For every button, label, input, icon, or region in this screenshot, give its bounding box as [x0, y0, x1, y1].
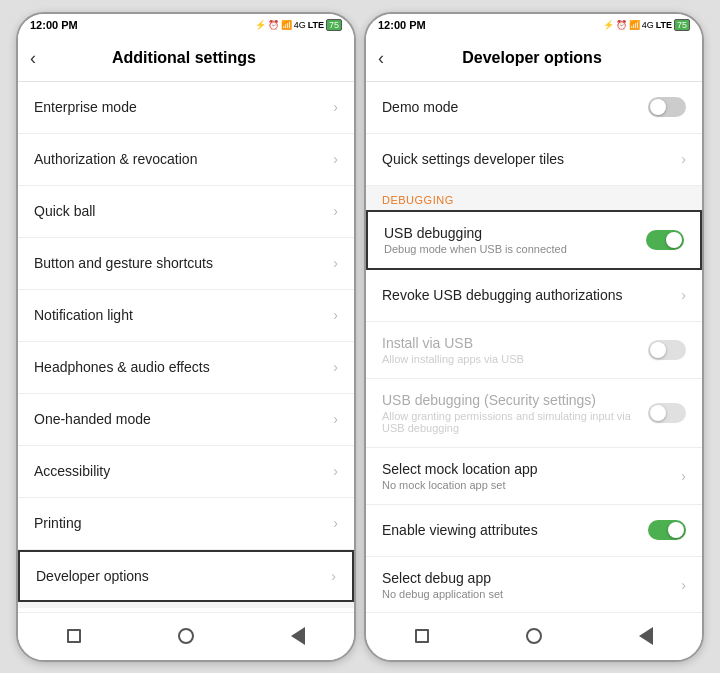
left-time: 12:00 PM	[30, 19, 78, 31]
left-item-devopt[interactable]: Developer options ›	[18, 550, 354, 602]
chevron-icon: ›	[681, 287, 686, 303]
chevron-icon: ›	[333, 463, 338, 479]
left-back-button[interactable]: ‹	[30, 48, 36, 69]
right-time: 12:00 PM	[378, 19, 426, 31]
chevron-icon: ›	[331, 568, 336, 584]
right-page-title: Developer options	[392, 49, 690, 67]
square-nav-button[interactable]	[412, 626, 432, 646]
left-item-gestures[interactable]: Button and gesture shortcuts ›	[18, 238, 354, 290]
left-item-accessibility[interactable]: Accessibility ›	[18, 446, 354, 498]
right-item-usb-debug[interactable]: USB debugging Debug mode when USB is con…	[366, 210, 702, 270]
right-nav-bar	[366, 612, 702, 660]
debugging-section-label: DEBUGGING	[366, 186, 702, 210]
left-phone: 12:00 PM ⚡ ⏰ 📶 4G LTE 75 ‹ Additional se…	[16, 12, 356, 662]
right-item-debug-app[interactable]: Select debug app No debug application se…	[366, 557, 702, 612]
left-item-notiflight[interactable]: Notification light ›	[18, 290, 354, 342]
right-item-quicksettings[interactable]: Quick settings developer tiles ›	[366, 134, 702, 186]
right-status-icons: ⚡ ⏰ 📶 4G LTE 75	[603, 19, 690, 31]
left-status-icons: ⚡ ⏰ 📶 4G LTE 75	[255, 19, 342, 31]
right-header: ‹ Developer options	[366, 36, 702, 82]
chevron-icon: ›	[333, 255, 338, 271]
square-nav-button[interactable]	[64, 626, 84, 646]
left-page-title: Additional settings	[44, 49, 342, 67]
view-attrs-toggle[interactable]	[648, 520, 686, 540]
right-item-demomode[interactable]: Demo mode	[366, 82, 702, 134]
right-status-bar: 12:00 PM ⚡ ⏰ 📶 4G LTE 75	[366, 14, 702, 36]
usb-debug-toggle[interactable]	[646, 230, 684, 250]
right-content: Demo mode Quick settings developer tiles…	[366, 82, 702, 612]
home-nav-button[interactable]	[176, 626, 196, 646]
chevron-icon: ›	[333, 99, 338, 115]
left-item-quickball[interactable]: Quick ball ›	[18, 186, 354, 238]
demomode-toggle[interactable]	[648, 97, 686, 117]
left-content: Enterprise mode › Authorization & revoca…	[18, 82, 354, 612]
chevron-icon: ›	[681, 577, 686, 593]
usb-security-toggle[interactable]	[648, 403, 686, 423]
left-item-headphones[interactable]: Headphones & audio effects ›	[18, 342, 354, 394]
right-phone: 12:00 PM ⚡ ⏰ 📶 4G LTE 75 ‹ Developer opt…	[364, 12, 704, 662]
left-item-enterprise[interactable]: Enterprise mode ›	[18, 82, 354, 134]
left-status-bar: 12:00 PM ⚡ ⏰ 📶 4G LTE 75	[18, 14, 354, 36]
chevron-icon: ›	[333, 515, 338, 531]
chevron-icon: ›	[333, 359, 338, 375]
chevron-icon: ›	[681, 151, 686, 167]
left-item-onehanded[interactable]: One-handed mode ›	[18, 394, 354, 446]
left-header: ‹ Additional settings	[18, 36, 354, 82]
left-nav-bar	[18, 612, 354, 660]
back-nav-button[interactable]	[636, 626, 656, 646]
left-item-auth[interactable]: Authorization & revocation ›	[18, 134, 354, 186]
chevron-icon: ›	[333, 411, 338, 427]
chevron-icon: ›	[333, 307, 338, 323]
chevron-icon: ›	[681, 468, 686, 484]
right-item-mock-location[interactable]: Select mock location app No mock locatio…	[366, 448, 702, 505]
right-item-revoke-usb[interactable]: Revoke USB debugging authorizations ›	[366, 270, 702, 322]
home-nav-button[interactable]	[524, 626, 544, 646]
right-item-install-usb[interactable]: Install via USB Allow installing apps vi…	[366, 322, 702, 379]
chevron-icon: ›	[333, 203, 338, 219]
right-item-view-attrs[interactable]: Enable viewing attributes	[366, 505, 702, 557]
back-nav-button[interactable]	[288, 626, 308, 646]
left-item-printing[interactable]: Printing ›	[18, 498, 354, 550]
chevron-icon: ›	[333, 151, 338, 167]
right-back-button[interactable]: ‹	[378, 48, 384, 69]
install-usb-toggle[interactable]	[648, 340, 686, 360]
right-item-usb-security[interactable]: USB debugging (Security settings) Allow …	[366, 379, 702, 448]
